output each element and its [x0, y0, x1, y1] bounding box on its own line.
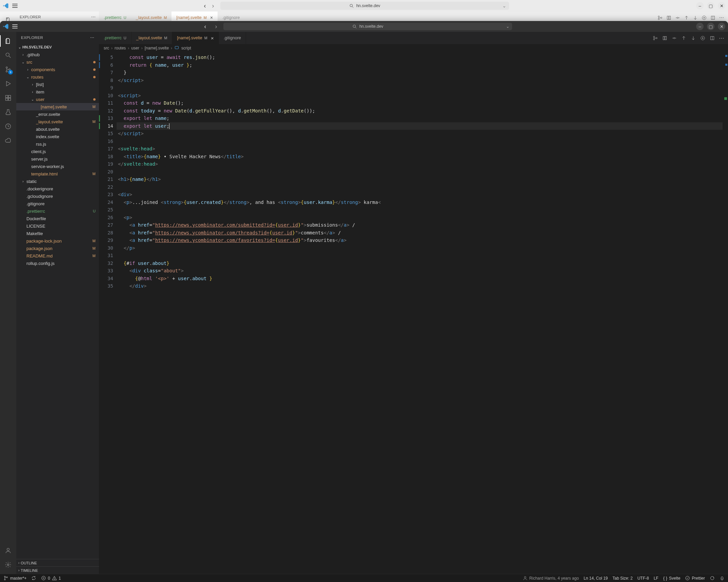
run-icon[interactable] [700, 35, 706, 41]
tree-item[interactable]: Makefile [16, 230, 99, 237]
timeline-section[interactable]: ›TIMELINE [16, 566, 99, 574]
crumb[interactable]: user [131, 46, 139, 50]
crumb[interactable]: routes [115, 46, 126, 50]
minimize-button[interactable]: – [696, 2, 704, 9]
tree-item[interactable]: template.htmlM [16, 170, 99, 178]
split-icon[interactable] [709, 35, 715, 41]
close-button[interactable]: ✕ [718, 2, 725, 9]
nav-back-icon[interactable]: ‹ [201, 2, 209, 9]
tree-item[interactable]: ›components [16, 66, 99, 73]
tree-item[interactable]: ⌄user [16, 96, 99, 103]
maximize-button[interactable]: ▢ [707, 2, 714, 9]
tree-item[interactable]: index.svelte [16, 133, 99, 140]
tree-item[interactable]: .prettierrcU [16, 207, 99, 215]
next-change-icon[interactable] [692, 15, 698, 21]
status-blame[interactable]: Richard Harris, 4 years ago [523, 576, 579, 581]
explorer-section[interactable]: ⌄ HN.SVELTE.DEV [16, 43, 99, 51]
more-icon[interactable]: ⋯ [719, 15, 725, 21]
minimize-button[interactable]: – [696, 23, 704, 30]
crumb[interactable]: src [104, 46, 109, 50]
nav-back-icon[interactable]: ‹ [202, 23, 209, 30]
timeline-icon[interactable] [0, 119, 16, 133]
status-eol[interactable]: LF [654, 576, 659, 581]
testing-icon[interactable] [0, 105, 16, 119]
tree-item[interactable]: Dockerfile [16, 215, 99, 222]
tab-_layout.svelte[interactable]: _layout.svelteM [132, 32, 173, 44]
status-sync[interactable] [31, 576, 36, 581]
status-tabsize[interactable]: Tab Size: 2 [612, 576, 632, 581]
tree-item[interactable]: .gcloudignore [16, 192, 99, 200]
tab-[name].svelte[interactable]: [name].svelteM× [172, 32, 219, 44]
open-changes-icon[interactable] [666, 15, 672, 21]
more-icon[interactable]: ⋯ [91, 14, 96, 19]
tree-item[interactable]: package-lock.jsonM [16, 237, 99, 245]
menu-icon[interactable] [12, 4, 18, 8]
run-icon[interactable] [701, 15, 707, 21]
next-change-icon[interactable] [690, 35, 696, 41]
prev-change-icon[interactable] [683, 15, 689, 21]
tree-item[interactable]: ⌄src [16, 58, 99, 66]
open-changes-icon[interactable] [662, 35, 668, 41]
cloud-icon[interactable] [0, 133, 16, 148]
tree-item[interactable]: ›static [16, 178, 99, 185]
tree-item[interactable]: LICENSE [16, 222, 99, 230]
maximize-button[interactable]: ▢ [707, 23, 714, 30]
extensions-icon[interactable] [0, 91, 16, 105]
git-commit-icon[interactable] [674, 15, 681, 21]
tree-item[interactable]: rollup.config.js [16, 259, 99, 267]
tree-item[interactable]: .gitignore [16, 200, 99, 207]
tree-item[interactable]: client.js [16, 148, 99, 155]
tree-item[interactable]: _layout.svelteM [16, 118, 99, 125]
status-encoding[interactable]: UTF-8 [638, 576, 649, 581]
status-feedback-icon[interactable] [710, 576, 715, 581]
account-icon[interactable] [0, 543, 16, 558]
code-content[interactable]: const user = await res.json(); return { … [117, 52, 723, 574]
close-button[interactable]: ✕ [718, 23, 725, 30]
settings-gear-icon[interactable] [0, 558, 16, 572]
git-commit-icon[interactable] [671, 35, 677, 41]
close-icon[interactable]: × [211, 35, 214, 41]
nav-forward-icon[interactable]: › [209, 2, 217, 9]
chevron-down-icon[interactable]: ⌄ [506, 24, 509, 29]
split-icon[interactable] [710, 15, 716, 21]
status-branch[interactable]: master*+ [3, 576, 26, 581]
chevron-icon[interactable]: ⌄ [21, 60, 25, 64]
tree-item[interactable]: server.js [16, 155, 99, 163]
status-problems[interactable]: 0 1 [41, 576, 61, 581]
chevron-icon[interactable]: › [26, 68, 30, 71]
chevron-icon[interactable]: ⌄ [26, 75, 30, 79]
compare-icon[interactable] [652, 35, 658, 41]
chevron-icon[interactable]: › [31, 90, 35, 94]
compare-icon[interactable] [657, 15, 663, 21]
inner-command-center[interactable]: hn.svelte.dev ⌄ [223, 23, 512, 30]
prev-change-icon[interactable] [681, 35, 687, 41]
nav-forward-icon[interactable]: › [213, 23, 220, 30]
crumb[interactable]: [name].svelte [145, 46, 169, 50]
chevron-icon[interactable]: ⌄ [31, 98, 35, 101]
overview-ruler[interactable] [723, 52, 728, 574]
status-language[interactable]: { } Svelte [663, 576, 681, 581]
tree-item[interactable]: service-worker.js [16, 163, 99, 170]
code-editor[interactable]: 5678910111213141516171819202122232425262… [99, 52, 728, 574]
tree-item[interactable]: ›.github [16, 51, 99, 58]
explorer-icon[interactable] [0, 34, 16, 48]
tree-item[interactable]: .dockerignore [16, 185, 99, 192]
tree-item[interactable]: package.jsonM [16, 245, 99, 252]
outer-command-center[interactable]: hn.svelte.dev ⌄ [220, 2, 509, 10]
tab-.prettierrc[interactable]: .prettierrcU [99, 32, 132, 44]
status-bell-icon[interactable] [720, 576, 725, 581]
close-icon[interactable]: × [210, 15, 213, 20]
tree-item[interactable]: ⌄routes [16, 73, 99, 81]
chevron-icon[interactable]: › [21, 53, 25, 57]
status-prettier[interactable]: Prettier [685, 576, 705, 581]
menu-icon[interactable] [12, 24, 18, 28]
crumb[interactable]: script [181, 46, 191, 50]
tree-item[interactable]: ›[list] [16, 81, 99, 88]
run-debug-icon[interactable] [0, 77, 16, 91]
chevron-icon[interactable]: › [21, 180, 25, 183]
outline-section[interactable]: ›OUTLINE [16, 559, 99, 566]
tree-item[interactable]: rss.js [16, 140, 99, 148]
status-cursor-pos[interactable]: Ln 14, Col 19 [584, 576, 608, 581]
breadcrumbs[interactable]: src›routes›user›[name].svelte›script [99, 44, 728, 52]
search-icon[interactable] [0, 48, 16, 62]
